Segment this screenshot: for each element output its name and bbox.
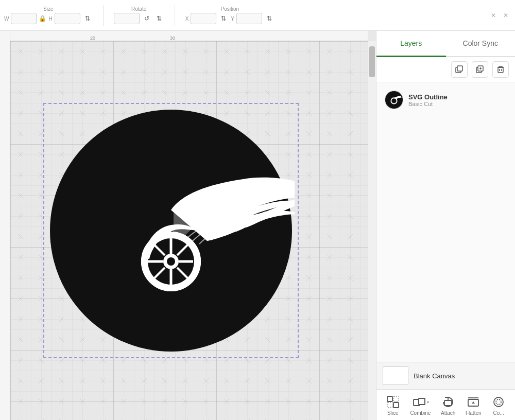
- width-input[interactable]: [11, 13, 37, 24]
- position-label: Position: [221, 6, 239, 12]
- y-up-down[interactable]: ⇅: [264, 13, 274, 24]
- svg-point-23: [386, 92, 402, 108]
- layer-actions: [376, 57, 515, 82]
- divider-1: [103, 5, 104, 26]
- contour-icon: [491, 395, 506, 409]
- right-panel: Layers Color Sync: [376, 31, 515, 420]
- attach-icon: [441, 395, 455, 409]
- grid-canvas[interactable]: [10, 41, 368, 420]
- size-label: Size: [43, 6, 53, 12]
- ruler-tick-30: 30: [170, 36, 175, 41]
- contour-tool[interactable]: Co...: [487, 393, 510, 418]
- combine-dropdown-arrow: ▾: [427, 400, 429, 405]
- x-up-down[interactable]: ⇅: [218, 13, 229, 24]
- ruler-tick-20: 20: [90, 36, 95, 41]
- tabs: Layers Color Sync: [376, 31, 515, 57]
- lock-icon: 🔒: [39, 15, 46, 22]
- svg-point-35: [494, 397, 503, 407]
- design-element[interactable]: [47, 107, 295, 354]
- top-toolbar: Size W 🔒 H ⇅ Rotate ↺ ⇅ Position X ⇅ Y ⇅: [0, 0, 515, 31]
- position-group: Position X ⇅ Y ⇅: [185, 6, 274, 24]
- rotate-group: Rotate ↺ ⇅: [114, 6, 164, 24]
- ruler-horizontal: 20 30: [0, 31, 368, 41]
- layer-name: SVG Outline: [408, 93, 507, 101]
- add-layer-button[interactable]: [472, 61, 488, 78]
- svg-point-36: [496, 399, 501, 405]
- delete-layer-button[interactable]: [492, 61, 509, 78]
- ruler-vertical: [0, 31, 10, 420]
- combine-label: Combine: [410, 410, 431, 416]
- close-x2[interactable]: ✕: [501, 10, 511, 21]
- close-x1[interactable]: ✕: [488, 10, 499, 21]
- svg-rect-28: [387, 402, 392, 408]
- svg-rect-30: [419, 398, 425, 405]
- combine-icon: [412, 395, 426, 409]
- slice-tool[interactable]: Slice: [382, 393, 404, 418]
- bottom-toolbar: Slice ▾ Combine: [376, 389, 515, 420]
- layer-type: Basic Cut: [408, 101, 507, 107]
- x-label: X: [185, 16, 189, 22]
- rotate-label: Rotate: [131, 6, 146, 12]
- slice-icon: [386, 395, 400, 409]
- position-inputs: X ⇅ Y ⇅: [185, 13, 274, 24]
- toolbar-right: ✕ ✕: [488, 10, 511, 21]
- combine-with-arrow: ▾: [412, 395, 429, 409]
- layers-list: SVG Outline Basic Cut: [376, 82, 515, 362]
- svg-rect-25: [387, 396, 392, 401]
- contour-label: Co...: [493, 410, 504, 416]
- canvas-area[interactable]: 20 30: [0, 31, 376, 420]
- flatten-label: Flatten: [466, 410, 482, 416]
- svg-rect-26: [393, 402, 399, 408]
- y-input[interactable]: [236, 13, 262, 24]
- blank-canvas-label: Blank Canvas: [414, 372, 455, 380]
- svg-rect-32: [444, 400, 452, 406]
- tab-layers[interactable]: Layers: [376, 31, 446, 57]
- y-label: Y: [231, 16, 234, 22]
- flatten-tool[interactable]: Flatten: [461, 393, 486, 418]
- h-label: H: [48, 16, 52, 22]
- main-area: 20 30: [0, 31, 515, 420]
- height-input[interactable]: [55, 13, 80, 24]
- tab-color-sync[interactable]: Color Sync: [446, 31, 516, 57]
- scrollbar-thumb[interactable]: [369, 46, 375, 77]
- layer-thumbnail: [385, 91, 403, 109]
- size-inputs: W 🔒 H ⇅: [4, 13, 93, 24]
- size-group: Size W 🔒 H ⇅: [4, 6, 93, 24]
- size-up-down[interactable]: ⇅: [82, 13, 93, 24]
- divider-2: [175, 5, 175, 26]
- rotate-input[interactable]: [114, 13, 140, 24]
- x-input[interactable]: [191, 13, 216, 24]
- duplicate-layer-button[interactable]: [451, 61, 468, 78]
- blank-canvas-thumbnail: [383, 366, 408, 385]
- rotate-up-down[interactable]: ⇅: [154, 13, 164, 24]
- slice-label: Slice: [387, 410, 399, 416]
- layer-item[interactable]: SVG Outline Basic Cut: [381, 86, 511, 113]
- scrollbar-vertical[interactable]: [368, 41, 376, 420]
- svg-rect-27: [393, 396, 399, 401]
- blank-canvas-area[interactable]: Blank Canvas: [376, 362, 515, 389]
- rotate-btn[interactable]: ↺: [142, 13, 152, 24]
- flatten-icon: [466, 395, 480, 409]
- svg-point-4: [167, 257, 175, 266]
- svg-rect-15: [457, 66, 462, 71]
- attach-tool[interactable]: Attach: [437, 393, 459, 418]
- layer-info: SVG Outline Basic Cut: [408, 93, 507, 107]
- attach-label: Attach: [441, 410, 455, 416]
- svg-rect-20: [498, 67, 503, 73]
- rotate-inputs: ↺ ⇅: [114, 13, 164, 24]
- combine-tool[interactable]: ▾ Combine: [406, 393, 435, 418]
- w-label: W: [4, 16, 9, 22]
